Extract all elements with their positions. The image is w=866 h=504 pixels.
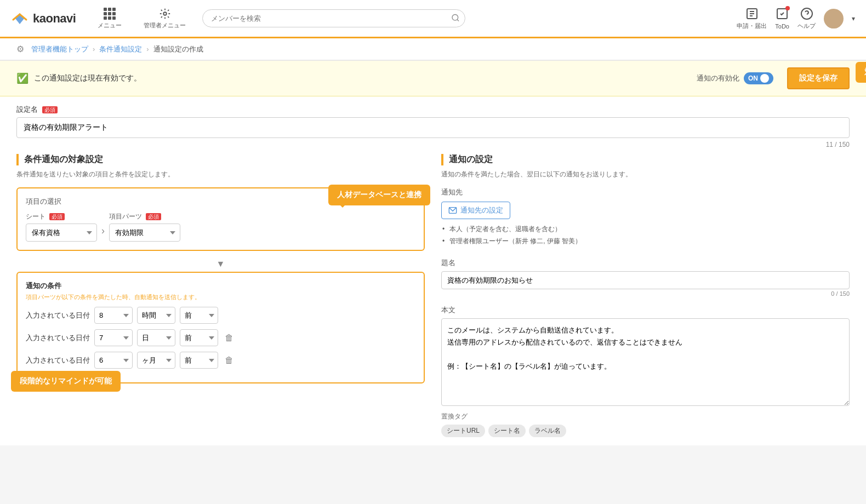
apply-icon xyxy=(745,7,759,20)
toggle-label: 通知の有効化 xyxy=(697,73,739,83)
char-count: 11 / 150 xyxy=(16,141,850,148)
right-section-title: 通知の設定 xyxy=(441,154,850,165)
subject-row: 題名 0 / 150 xyxy=(441,258,850,297)
body-textarea[interactable]: このメールは、システムから自動送信されています。 送信専用のアドレスから配信され… xyxy=(441,318,850,406)
search-input[interactable] xyxy=(202,9,465,27)
notify-set-label: 通知先の設定 xyxy=(460,205,503,215)
body-label: 本文 xyxy=(441,305,850,315)
page-content: 設定名 必須 11 / 150 条件通知の対象設定 条件通知を送りたい対象の項目… xyxy=(0,96,866,445)
toggle-group: 通知の有効化 ON xyxy=(697,72,773,84)
condition-text-2: 入力されている日付 xyxy=(26,333,90,343)
subject-label: 題名 xyxy=(441,258,850,268)
sheet-select[interactable]: 保有資格 xyxy=(26,224,97,242)
parts-field-group: 項目パーツ 必須 有効期限 xyxy=(109,212,180,242)
condition-text-3: 入力されている日付 xyxy=(26,356,90,365)
right-section-desc: 通知の条件を満たした場合、翌日に以下の通知をお送りします。 xyxy=(441,170,850,179)
left-column: 条件通知の対象設定 条件通知を送りたい対象の項目と条件を設定します。 項目の選択… xyxy=(16,154,425,437)
condition-dir-2[interactable]: 前 後 xyxy=(180,329,218,346)
avatar-chevron-icon[interactable]: ▾ xyxy=(852,15,855,22)
left-section-title: 条件通知の対象設定 xyxy=(16,154,425,165)
condition-delete-3[interactable]: 🗑 xyxy=(223,356,236,365)
replace-tags: 置換タグ シートURL シート名 ラベル名 xyxy=(441,412,850,437)
toggle-switch[interactable]: ON xyxy=(744,72,773,84)
todo-label: ToDo xyxy=(775,23,789,30)
tag-chip-2[interactable]: シート名 xyxy=(488,425,526,437)
notify-dest: 通知先 通知先の設定 本人（予定者を含む、退職者を含む） 管理者権限ユーザー（新… xyxy=(441,187,850,247)
breadcrumb: ⚙ 管理者機能トップ › 条件通知設定 › 通知設定の作成 xyxy=(0,38,866,60)
subject-input[interactable] xyxy=(441,271,850,289)
condition-unit-3[interactable]: ヶ月 時間 日 xyxy=(137,352,175,369)
header: kaonavi メニュー 管理者メニュー xyxy=(0,0,866,38)
condition-num-1[interactable]: 8 xyxy=(94,307,133,324)
parts-select[interactable]: 有効期限 xyxy=(109,224,180,242)
toggle-value: ON xyxy=(748,75,758,82)
down-arrow-icon: ▼ xyxy=(16,259,425,269)
menu-grid-icon xyxy=(104,8,116,20)
avatar[interactable] xyxy=(824,9,844,28)
svg-point-0 xyxy=(163,12,167,15)
apply-action[interactable]: 申請・届出 xyxy=(737,7,767,30)
arrow-right-icon: › xyxy=(101,225,105,237)
condition-section: 通知の条件 項目パーツが以下の条件を満たした時、自動通知を送信します。 入力され… xyxy=(16,272,425,383)
tag-chip-1[interactable]: シートURL xyxy=(441,425,485,437)
condition-dir-1[interactable]: 前 後 xyxy=(180,307,218,324)
search-icon xyxy=(451,13,460,22)
logo[interactable]: kaonavi xyxy=(11,10,76,27)
logo-icon xyxy=(11,10,29,27)
notify-set-button[interactable]: 通知先の設定 xyxy=(441,202,510,219)
avatar-image xyxy=(824,9,844,28)
help-icon xyxy=(800,7,813,20)
condition-delete-2[interactable]: 🗑 xyxy=(223,333,236,343)
setting-name-input[interactable] xyxy=(16,117,850,138)
header-right: 申請・届出 ToDo ヘルプ ▾ xyxy=(737,7,855,30)
replace-tags-label: 置換タグ xyxy=(441,412,850,421)
status-check-icon: ✅ xyxy=(16,72,29,84)
subject-char-count: 0 / 150 xyxy=(441,290,850,297)
setting-name-row: 設定名 必須 xyxy=(16,105,850,114)
condition-row-3: 入力されている日付 6 ヶ月 時間 日 前 後 🗑 xyxy=(26,352,415,369)
svg-point-5 xyxy=(829,12,838,21)
body-section: 本文 このメールは、システムから自動送信されています。 送信専用のアドレスから配… xyxy=(441,305,850,437)
notify-dest-label: 通知先 xyxy=(441,187,850,197)
remind-annotation: 段階的なリマインドが可能 xyxy=(11,371,121,392)
auto-notify-annotation: 対象者に自動通知 xyxy=(856,62,866,83)
svg-point-1 xyxy=(452,14,458,20)
condition-num-2[interactable]: 7 xyxy=(94,329,133,346)
notify-dest-list: 本人（予定者を含む、退職者を含む） 管理者権限ユーザー（新井 修二, 伊藤 智美… xyxy=(441,224,850,247)
condition-dir-3[interactable]: 前 後 xyxy=(180,352,218,369)
help-label: ヘルプ xyxy=(797,22,816,30)
search-button[interactable] xyxy=(451,13,460,24)
svg-point-6 xyxy=(827,22,840,28)
dest-item-1: 本人（予定者を含む、退職者を含む） xyxy=(441,224,850,236)
admin-menu-nav[interactable]: 管理者メニュー xyxy=(138,5,191,32)
condition-title: 通知の条件 xyxy=(26,281,415,291)
condition-num-3[interactable]: 6 xyxy=(94,352,133,369)
todo-badge-dot xyxy=(785,6,790,10)
tag-chips: シートURL シート名 ラベル名 xyxy=(441,425,850,437)
menu-nav[interactable]: メニュー xyxy=(92,5,127,32)
setting-name-label: 設定名 xyxy=(16,105,38,113)
condition-unit-1[interactable]: 時間 日 ヶ月 xyxy=(137,307,175,324)
condition-row-1: 入力されている日付 8 時間 日 ヶ月 前 後 xyxy=(26,307,415,324)
breadcrumb-condition-notify[interactable]: 条件通知設定 xyxy=(99,44,142,54)
sheet-label: シート 必須 xyxy=(26,212,97,221)
sheet-required: 必須 xyxy=(49,213,65,220)
search-area xyxy=(202,9,465,27)
gear-icon xyxy=(159,8,171,20)
help-action[interactable]: ヘルプ xyxy=(797,7,816,30)
parts-required: 必須 xyxy=(146,213,161,220)
status-bar: ✅ この通知設定は現在有効です。 通知の有効化 ON 設定を保存 対象者に自動通… xyxy=(0,61,866,96)
tag-chip-3[interactable]: ラベル名 xyxy=(529,425,566,437)
breadcrumb-admin-top[interactable]: 管理者機能トップ xyxy=(31,44,88,54)
condition-unit-2[interactable]: 日 時間 ヶ月 xyxy=(137,329,175,346)
toggle-circle xyxy=(760,74,769,83)
breadcrumb-sep-1: › xyxy=(93,45,95,53)
save-button[interactable]: 設定を保存 xyxy=(787,67,850,89)
breadcrumb-sep-2: › xyxy=(146,45,149,53)
menu-label: メニュー xyxy=(98,21,122,30)
todo-action[interactable]: ToDo xyxy=(775,7,789,30)
dest-item-2: 管理者権限ユーザー（新井 修二, 伊藤 智美） xyxy=(441,236,850,248)
left-section-desc: 条件通知を送りたい対象の項目と条件を設定します。 xyxy=(16,170,425,179)
admin-menu-label: 管理者メニュー xyxy=(144,21,186,30)
status-message: この通知設定は現在有効です。 xyxy=(34,73,691,83)
